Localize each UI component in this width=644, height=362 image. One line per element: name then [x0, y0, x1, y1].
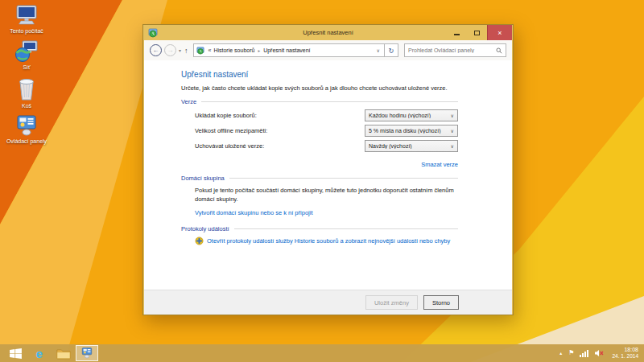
cancel-button[interactable]: Storno — [423, 295, 459, 310]
save-copies-combobox[interactable]: Každou hodinu (výchozí) ∨ — [365, 109, 458, 121]
taskbar-control-panel-active[interactable] — [76, 345, 98, 361]
setting-label: Uchovávat uložené verze: — [195, 142, 264, 150]
close-button[interactable]: × — [487, 25, 512, 40]
event-log-icon — [195, 237, 204, 245]
clock-date: 24. 1. 2014 — [612, 353, 638, 360]
back-icon: ← — [153, 47, 159, 54]
breadcrumb-separator-icon: ▸ — [258, 48, 260, 53]
taskbar-clock[interactable]: 18:08 24. 1. 2014 — [612, 347, 638, 360]
show-hidden-icons-button[interactable]: ▲ — [559, 352, 563, 356]
search-box[interactable] — [404, 43, 506, 57]
desktop-icon-label: Ovládací panely — [6, 138, 47, 145]
breadcrumb-collapse[interactable]: « — [208, 47, 212, 53]
refresh-button[interactable]: ↻ — [385, 43, 398, 57]
action-center-flag-icon[interactable]: ⚑ — [568, 350, 574, 356]
section-divider — [201, 101, 458, 102]
section-title: Domácí skupina — [181, 175, 225, 182]
open-event-logs-link[interactable]: Otevřít protokoly událostí služby Histor… — [207, 237, 450, 245]
combobox-value: 5 % místa na disku (výchozí) — [369, 128, 451, 134]
homegroup-link-row: Vytvořit domácí skupinu nebo se k ní při… — [195, 204, 458, 218]
setting-row: Uchovávat uložené verze: Navždy (výchozí… — [181, 140, 458, 152]
breadcrumb-item[interactable]: Upřesnit nastavení — [263, 47, 310, 53]
navigation-bar: ← → ▾ ↑ « Historie souborů ▸ Upřesnit na… — [144, 40, 512, 60]
taskbar: e ▲ ⚑ — [0, 344, 644, 362]
taskbar-file-explorer[interactable] — [52, 344, 76, 362]
setting-row: Ukládat kopie souborů: Každou hodinu (vý… — [181, 109, 458, 121]
maximize-button[interactable] — [467, 25, 487, 40]
desktop-icon-list: Tento počítač Síť Koš — [2, 5, 52, 150]
up-button[interactable]: ↑ — [184, 47, 188, 55]
window-titlebar[interactable]: Upřesnit nastavení × — [144, 25, 512, 40]
setting-label: Ukládat kopie souborů: — [195, 112, 257, 119]
address-bar[interactable]: « Historie souborů ▸ Upřesnit nastavení … — [193, 43, 385, 57]
event-logs-row: Otevřít protokoly událostí služby Histor… — [195, 237, 458, 245]
recycle-bin-icon — [16, 76, 37, 101]
chevron-down-icon: ∨ — [451, 143, 454, 149]
back-button[interactable]: ← — [150, 44, 162, 56]
minimize-button[interactable] — [447, 25, 467, 40]
desktop-icon-network[interactable]: Síť — [2, 40, 52, 71]
section-title: Verze — [181, 98, 196, 105]
search-input[interactable] — [408, 47, 496, 53]
window-content: Upřesnit nastavení Určete, jak často chc… — [144, 60, 512, 315]
delete-versions-row: Smazat verze — [181, 155, 458, 170]
combobox-value: Navždy (výchozí) — [369, 143, 451, 149]
internet-explorer-icon: e — [36, 348, 43, 360]
network-icon[interactable] — [580, 350, 588, 357]
file-history-icon — [196, 47, 204, 55]
forward-button: → — [164, 44, 176, 56]
close-icon: × — [497, 29, 502, 37]
delete-versions-link[interactable]: Smazat verze — [421, 161, 458, 168]
desktop: Tento počítač Síť Koš — [0, 0, 644, 362]
save-changes-button: Uložit změny — [365, 295, 418, 310]
minimize-icon — [454, 34, 460, 35]
start-button[interactable] — [3, 344, 27, 362]
volume-muted-icon[interactable] — [594, 349, 604, 357]
combobox-value: Každou hodinu (výchozí) — [369, 113, 451, 118]
desktop-icon-label: Síť — [23, 64, 30, 71]
desktop-icon-label: Koš — [22, 103, 31, 109]
file-history-advanced-settings-window: Upřesnit nastavení × ← → ▾ ↑ « Historie … — [142, 24, 514, 315]
section-divider — [234, 228, 458, 229]
section-title: Protokoly událostí — [181, 225, 229, 232]
homegroup-description: Pokud je tento počítač součástí domácí s… — [195, 186, 458, 204]
desktop-icon-control-panel[interactable]: Ovládací panely — [2, 115, 52, 145]
recent-pages-dropdown[interactable]: ▾ — [179, 47, 181, 53]
desktop-icon-this-pc[interactable]: Tento počítač — [2, 5, 52, 35]
refresh-icon: ↻ — [388, 47, 394, 55]
setting-label: Velikost offline mezipaměti: — [195, 127, 267, 134]
desktop-icon-recycle-bin[interactable]: Koš — [2, 76, 52, 109]
address-dropdown-icon[interactable]: ∨ — [377, 47, 380, 53]
create-homegroup-link[interactable]: Vytvořit domácí skupinu nebo se k ní při… — [195, 209, 312, 216]
control-panel-icon — [80, 348, 93, 359]
taskbar-internet-explorer[interactable]: e — [27, 344, 52, 362]
folder-icon — [56, 348, 71, 360]
desktop-icon-label: Tento počítač — [10, 28, 43, 35]
section-header-event-logs: Protokoly událostí — [181, 225, 458, 232]
page-title: Upřesnit nastavení — [181, 70, 458, 79]
keep-versions-combobox[interactable]: Navždy (výchozí) ∨ — [365, 140, 458, 152]
section-header-versions: Verze — [181, 98, 458, 105]
clock-time: 18:08 — [612, 347, 638, 353]
up-arrow-icon: ↑ — [184, 47, 188, 55]
this-pc-icon — [14, 5, 39, 27]
chevron-down-icon: ▾ — [179, 48, 181, 53]
section-divider — [229, 178, 458, 179]
dialog-footer: Uložit změny Storno — [144, 290, 512, 315]
control-panel-icon — [15, 115, 38, 137]
system-tray: ▲ ⚑ 18:08 24. 1. 2014 — [559, 347, 641, 360]
windows-logo-icon — [10, 348, 22, 359]
chevron-down-icon: ∨ — [451, 128, 454, 134]
chevron-down-icon: ∨ — [451, 113, 454, 118]
page-description: Určete, jak často chcete ukládat kopie s… — [181, 84, 458, 92]
forward-icon: → — [167, 47, 174, 54]
search-icon — [496, 47, 502, 54]
section-header-homegroup: Domácí skupina — [181, 175, 458, 182]
network-icon — [14, 40, 39, 63]
maximize-icon — [474, 31, 480, 35]
window-caption-buttons: × — [447, 25, 512, 40]
breadcrumb-item[interactable]: Historie souborů — [213, 47, 254, 53]
offline-cache-combobox[interactable]: 5 % místa na disku (výchozí) ∨ — [365, 125, 458, 137]
setting-row: Velikost offline mezipaměti: 5 % místa n… — [181, 125, 458, 137]
